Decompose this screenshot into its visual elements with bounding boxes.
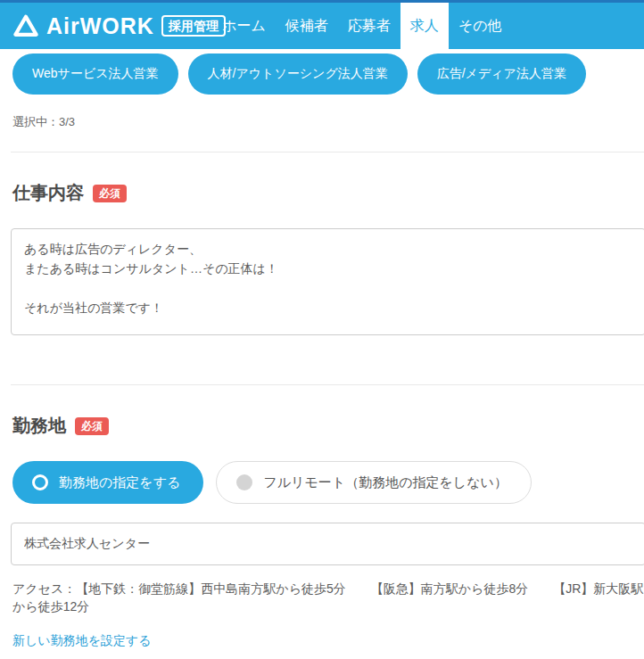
radio-unselected-icon (236, 474, 252, 490)
required-badge: 必須 (75, 417, 109, 435)
work-location-title: 勤務地 (12, 414, 66, 438)
tag-pill-ad-media[interactable]: 広告/メディア法人営業 (417, 54, 586, 95)
nav-item-jobs[interactable]: 求人 (400, 3, 449, 49)
section-divider (11, 384, 644, 385)
selection-count: 選択中：3/3 (12, 114, 644, 130)
nav-item-others[interactable]: その他 (449, 3, 512, 49)
option-full-remote-label: フルリモート（勤務地の指定をしない） (263, 474, 508, 491)
brand-name: AirWORK (46, 15, 154, 37)
page-content: Webサービス法人営業 人材/アウトソーシング法人営業 広告/メディア法人営業 … (0, 54, 644, 649)
job-description-header: 仕事内容 必須 (12, 181, 644, 205)
selected-tag-row: Webサービス法人営業 人材/アウトソーシング法人営業 広告/メディア法人営業 (12, 54, 644, 95)
option-full-remote[interactable]: フルリモート（勤務地の指定をしない） (216, 461, 532, 504)
job-description-textarea[interactable]: ある時は広告のディレクター、 またある時はコンサルタント…その正体は！ それが当… (11, 228, 644, 335)
section-divider (11, 152, 644, 152)
add-location-link[interactable]: 新しい勤務地を設定する (12, 633, 152, 649)
tag-pill-hr-outsourcing[interactable]: 人材/アウトソーシング法人営業 (188, 54, 408, 95)
option-specify-location[interactable]: 勤務地の指定をする (12, 461, 203, 504)
required-badge: 必須 (93, 185, 127, 202)
option-specify-location-label: 勤務地の指定をする (59, 474, 180, 491)
top-header: AirWORK 採用管理 ホーム 候補者 応募者 求人 その他 (0, 0, 644, 49)
nav-item-applicants[interactable]: 応募者 (338, 3, 400, 49)
tag-pill-web-service[interactable]: Webサービス法人営業 (12, 54, 178, 95)
nav-item-home[interactable]: ホーム (212, 3, 276, 49)
company-location-input[interactable] (11, 523, 644, 565)
location-mode-options: 勤務地の指定をする フルリモート（勤務地の指定をしない） (12, 461, 644, 504)
access-info: アクセス：【地下鉄：御堂筋線】西中島南方駅から徒歩5分 【阪急】南方駅から徒歩8… (12, 580, 644, 615)
brand-logo[interactable]: AirWORK 採用管理 (12, 13, 226, 38)
airwork-triangle-icon (12, 13, 39, 38)
radio-selected-icon (32, 474, 48, 490)
job-description-title: 仕事内容 (12, 181, 84, 205)
nav-item-candidates[interactable]: 候補者 (276, 3, 338, 49)
work-location-header: 勤務地 必須 (12, 414, 644, 438)
main-nav: ホーム 候補者 応募者 求人 その他 (212, 3, 512, 49)
